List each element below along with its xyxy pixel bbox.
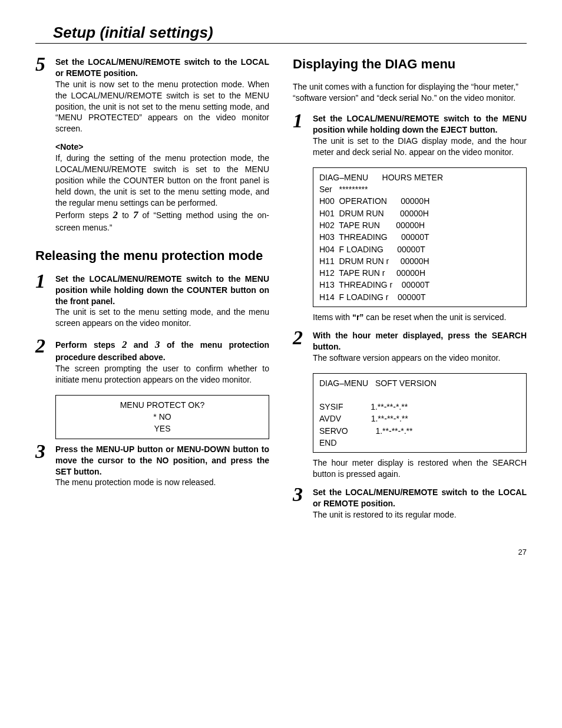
step-body: Set the LOCAL/MENU/REMOTE switch to the … [313, 113, 527, 158]
step-number: 2 [35, 336, 55, 356]
step-head: With the hour meter displayed, press the… [313, 330, 527, 353]
section-heading: Releasing the menu protection mode [35, 248, 269, 263]
menu-protect-box-wrap: MENU PROTECT OK? * NO YES [55, 395, 269, 439]
page-number: 27 [35, 548, 527, 556]
box-line: YES [62, 423, 263, 434]
step-body: Press the MENU-UP button or MENU-DOWN bu… [55, 444, 269, 489]
diag-step-2: 2 With the hour meter displayed, press t… [293, 330, 527, 364]
box-line: * NO [62, 411, 263, 423]
step-number: 3 [35, 442, 55, 462]
text: Items with [313, 312, 352, 322]
step-number: 5 [35, 54, 55, 74]
step-text: The menu protection mode is now released… [55, 477, 269, 488]
soft-version-box-wrap: DIAG–MENU SOFT VERSION SYSIF 1.**-**-*.*… [313, 373, 527, 480]
intro-text: The unit comes with a function for displ… [293, 81, 527, 104]
step-text: The screen prompting the user to confirm… [55, 363, 269, 386]
step-body: Perform steps 2 and 3 of the menu protec… [55, 338, 269, 386]
soft-version-box: DIAG–MENU SOFT VERSION SYSIF 1.**-**-*.*… [313, 373, 527, 453]
step-text: The unit is set to the menu setting mode… [55, 307, 269, 329]
step-body: Set the LOCAL/MENU/REMOTE switch to the … [55, 274, 269, 329]
text: can be reset when the unit is serviced. [363, 312, 506, 322]
after-box-text: Items with “r” can be reset when the uni… [313, 312, 527, 323]
step-body: With the hour meter displayed, press the… [313, 330, 527, 364]
columns: 5 Set the LOCAL/MENU/REMOTE switch to th… [35, 57, 527, 530]
hours-meter-box: DIAG–MENU HOURS METER Ser ********* H00 … [313, 167, 527, 307]
step-text: The unit is now set to the menu protecti… [55, 79, 269, 134]
step-head: Set the LOCAL/MENU/REMOTE switch to the … [313, 487, 527, 509]
note-tail: Perform steps 2 to 7 of “Setting method … [55, 209, 269, 233]
step-text: The unit is restored to its regular mode… [313, 509, 527, 521]
step-number: 1 [35, 271, 55, 291]
release-step-1: 1 Set the LOCAL/MENU/REMOTE switch to th… [35, 274, 269, 329]
box-line: MENU PROTECT OK? [62, 399, 263, 411]
step-text: The unit is set to the DIAG display mode… [313, 136, 527, 158]
note-head: <Note> [55, 141, 269, 153]
after-box-text: The hour meter display is restored when … [313, 457, 527, 480]
text: to [118, 210, 133, 220]
left-column: 5 Set the LOCAL/MENU/REMOTE switch to th… [35, 57, 269, 530]
release-step-3: 3 Press the MENU-UP button or MENU-DOWN … [35, 444, 269, 489]
step-head: Perform steps 2 and 3 of the menu protec… [55, 338, 269, 363]
menu-protect-box: MENU PROTECT OK? * NO YES [55, 395, 269, 439]
title-rule [35, 43, 527, 44]
step-head: Set the LOCAL/MENU/REMOTE switch to the … [313, 113, 527, 136]
step-5: 5 Set the LOCAL/MENU/REMOTE switch to th… [35, 57, 269, 233]
text: Perform steps [55, 210, 113, 220]
step-number: 3 [293, 485, 313, 505]
inline-number: 2 [113, 209, 118, 220]
text: Perform steps [55, 340, 122, 350]
bold-r: “r” [352, 312, 363, 322]
step-head: Press the MENU-UP button or MENU-DOWN bu… [55, 444, 269, 477]
step-head: Set the LOCAL/MENU/REMOTE switch to the … [55, 274, 269, 307]
step-number: 2 [293, 328, 313, 348]
diag-step-3: 3 Set the LOCAL/MENU/REMOTE switch to th… [293, 487, 527, 521]
page: Setup (initial settings) 5 Set the LOCAL… [0, 0, 562, 574]
note-body: If, during the setting of the menu prote… [55, 153, 269, 208]
right-column: Displaying the DIAG menu The unit comes … [293, 57, 527, 530]
release-step-2: 2 Perform steps 2 and 3 of the menu prot… [35, 338, 269, 386]
section-heading: Displaying the DIAG menu [293, 57, 527, 72]
step-number: 1 [293, 111, 313, 131]
text: and [127, 340, 155, 350]
step-head: Set the LOCAL/MENU/REMOTE switch to the … [55, 57, 269, 79]
step-body: Set the LOCAL/MENU/REMOTE switch to the … [313, 487, 527, 521]
page-title: Setup (initial settings) [53, 24, 527, 42]
diag-step-1: 1 Set the LOCAL/MENU/REMOTE switch to th… [293, 113, 527, 158]
hours-meter-box-wrap: DIAG–MENU HOURS METER Ser ********* H00 … [313, 167, 527, 323]
step-body: Set the LOCAL/MENU/REMOTE switch to the … [55, 57, 269, 233]
step-text: The software version appears on the vide… [313, 353, 527, 364]
inline-number: 3 [155, 339, 160, 350]
